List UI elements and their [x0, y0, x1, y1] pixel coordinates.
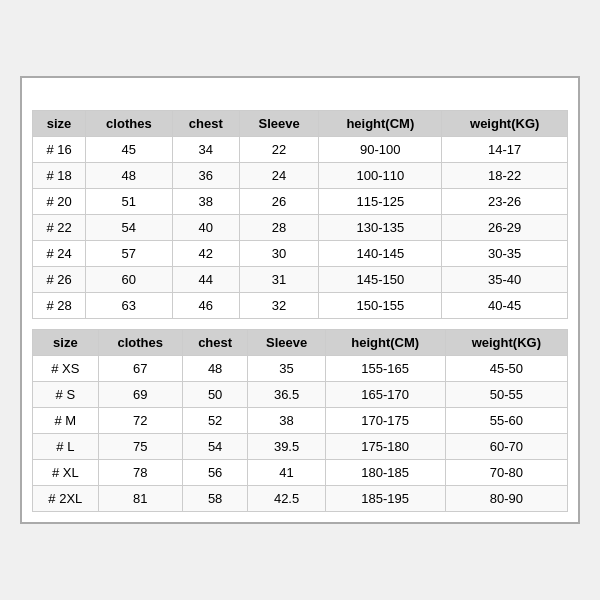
- size-table-1: sizeclotheschestSleeveheight(CM)weight(K…: [32, 110, 568, 319]
- table-cell: 40: [172, 215, 239, 241]
- table2-header-cell: height(CM): [325, 330, 445, 356]
- table-cell: 48: [86, 163, 172, 189]
- table-cell: 23-26: [442, 189, 568, 215]
- table-cell: 70-80: [445, 460, 567, 486]
- table-cell: 44: [172, 267, 239, 293]
- table-cell: 58: [182, 486, 248, 512]
- table-row: # M725238170-17555-60: [33, 408, 568, 434]
- table-cell: 45: [86, 137, 172, 163]
- table-cell: 22: [239, 137, 318, 163]
- table-cell: 36: [172, 163, 239, 189]
- table-cell: 35: [248, 356, 325, 382]
- table-cell: 50: [182, 382, 248, 408]
- table-cell: 42.5: [248, 486, 325, 512]
- table-row: # XS674835155-16545-50: [33, 356, 568, 382]
- table-cell: 67: [98, 356, 182, 382]
- table-cell: # 22: [33, 215, 86, 241]
- table-cell: # S: [33, 382, 99, 408]
- table1-header-cell: weight(KG): [442, 111, 568, 137]
- table-cell: 150-155: [319, 293, 442, 319]
- table-cell: 69: [98, 382, 182, 408]
- table2-header-cell: chest: [182, 330, 248, 356]
- table-cell: 32: [239, 293, 318, 319]
- table-cell: 170-175: [325, 408, 445, 434]
- table-cell: 75: [98, 434, 182, 460]
- table-cell: 40-45: [442, 293, 568, 319]
- chart-title: [32, 88, 568, 110]
- table-cell: 34: [172, 137, 239, 163]
- table1-header-row: sizeclotheschestSleeveheight(CM)weight(K…: [33, 111, 568, 137]
- table-cell: 46: [172, 293, 239, 319]
- table-cell: 18-22: [442, 163, 568, 189]
- table-cell: 81: [98, 486, 182, 512]
- table-cell: 30: [239, 241, 318, 267]
- table-cell: 51: [86, 189, 172, 215]
- table-cell: # M: [33, 408, 99, 434]
- table-cell: # 18: [33, 163, 86, 189]
- table-cell: 180-185: [325, 460, 445, 486]
- table-row: # 18483624100-11018-22: [33, 163, 568, 189]
- table-cell: 52: [182, 408, 248, 434]
- table-cell: 31: [239, 267, 318, 293]
- table-cell: 45-50: [445, 356, 567, 382]
- table-cell: 60-70: [445, 434, 567, 460]
- table-cell: 38: [248, 408, 325, 434]
- table-cell: # L: [33, 434, 99, 460]
- table-cell: 140-145: [319, 241, 442, 267]
- table-row: # 2XL815842.5185-19580-90: [33, 486, 568, 512]
- table2-header-cell: weight(KG): [445, 330, 567, 356]
- table-row: # 1645342290-10014-17: [33, 137, 568, 163]
- table-row: # 24574230140-14530-35: [33, 241, 568, 267]
- table1-header-cell: clothes: [86, 111, 172, 137]
- table-cell: 26-29: [442, 215, 568, 241]
- table1-header-cell: chest: [172, 111, 239, 137]
- table-cell: 35-40: [442, 267, 568, 293]
- table-row: # XL785641180-18570-80: [33, 460, 568, 486]
- table-cell: 185-195: [325, 486, 445, 512]
- table1-header-cell: height(CM): [319, 111, 442, 137]
- table-cell: # 26: [33, 267, 86, 293]
- table-row: # 20513826115-12523-26: [33, 189, 568, 215]
- table2-header-cell: Sleeve: [248, 330, 325, 356]
- table-cell: 115-125: [319, 189, 442, 215]
- table-cell: # XL: [33, 460, 99, 486]
- table-cell: 175-180: [325, 434, 445, 460]
- table-cell: 80-90: [445, 486, 567, 512]
- table-cell: 24: [239, 163, 318, 189]
- table-cell: 14-17: [442, 137, 568, 163]
- table-row: # L755439.5175-18060-70: [33, 434, 568, 460]
- table-row: # S695036.5165-17050-55: [33, 382, 568, 408]
- table-cell: 155-165: [325, 356, 445, 382]
- table-cell: 72: [98, 408, 182, 434]
- table-cell: 38: [172, 189, 239, 215]
- table-cell: 54: [182, 434, 248, 460]
- table-cell: 130-135: [319, 215, 442, 241]
- table-cell: 100-110: [319, 163, 442, 189]
- table-row: # 22544028130-13526-29: [33, 215, 568, 241]
- table-cell: 60: [86, 267, 172, 293]
- table-cell: 30-35: [442, 241, 568, 267]
- table-cell: # 16: [33, 137, 86, 163]
- table-cell: 57: [86, 241, 172, 267]
- table2-header-cell: size: [33, 330, 99, 356]
- table-cell: 145-150: [319, 267, 442, 293]
- table-cell: 90-100: [319, 137, 442, 163]
- table-cell: # 20: [33, 189, 86, 215]
- table-row: # 28634632150-15540-45: [33, 293, 568, 319]
- table-cell: 36.5: [248, 382, 325, 408]
- table2-header-cell: clothes: [98, 330, 182, 356]
- table-cell: 39.5: [248, 434, 325, 460]
- table-gap: [32, 319, 568, 329]
- table-cell: 78: [98, 460, 182, 486]
- table-cell: 54: [86, 215, 172, 241]
- table-cell: 48: [182, 356, 248, 382]
- table-cell: 55-60: [445, 408, 567, 434]
- table-cell: 42: [172, 241, 239, 267]
- size-table-2: sizeclotheschestSleeveheight(CM)weight(K…: [32, 329, 568, 512]
- table2-header-row: sizeclotheschestSleeveheight(CM)weight(K…: [33, 330, 568, 356]
- table-cell: 56: [182, 460, 248, 486]
- table-cell: 41: [248, 460, 325, 486]
- table1-header-cell: size: [33, 111, 86, 137]
- table-cell: # 28: [33, 293, 86, 319]
- table-row: # 26604431145-15035-40: [33, 267, 568, 293]
